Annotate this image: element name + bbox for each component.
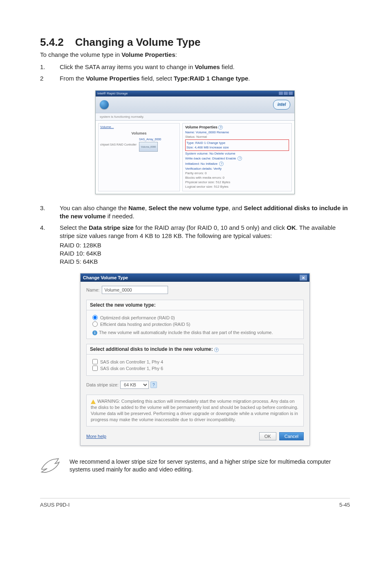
step-3-bold-a: Name [128,204,145,211]
note-block: We recommend a lower stripe size for ser… [40,457,350,475]
help-icon[interactable]: ? [238,156,242,161]
irst-window: Intel® Rapid Storage intel system is fun… [95,90,295,194]
irst-right-panel: Volume Properties ? Name: Volume_0000 Re… [182,123,292,191]
disk1-checkbox[interactable] [92,359,98,364]
raid0-line: RAID 0: 128KB [60,241,350,249]
intro-prefix: To change the volume type in [40,51,121,58]
more-help-link[interactable]: More help [86,434,106,439]
info-icon: i [92,330,97,335]
vp-status: Status: Normal [185,135,289,139]
change-volume-type-dialog: Change Volume Type ✕ Name: Select the ne… [80,273,310,445]
drive-label: Volume_0000 [141,146,156,148]
help-icon[interactable]: ? [219,162,224,166]
warning-text: WARNING: Completing this action will imm… [91,399,298,422]
step-3-text-a: You can also change the [60,204,128,211]
disk1-label: SAS disk on Controller 1, Phy 4 [100,359,163,364]
step-3: 3. You can also change the Name, Select … [40,204,350,221]
step-2-bold-a: Volume Properties [86,75,139,82]
note-icon [40,457,61,475]
stripe-help-icon[interactable]: ? [150,382,157,388]
step-2-text-b: field, select [140,75,174,82]
vp-phys: Physical sector size: 512 Bytes [185,180,289,184]
section-heading: 5.4.2Changing a Volume Type [40,36,350,49]
stripe-label: Data stripe size: [86,382,119,387]
vp-type[interactable]: Type: RAID 1 Change type [186,141,288,145]
ok-button[interactable]: OK [259,432,276,440]
section-number: 5.4.2 [40,36,64,48]
volume-type-group: Select the new volume type: Optimized di… [86,300,304,339]
cancel-button[interactable]: Cancel [279,432,304,440]
note-text: We recommend a lower stripe size for ser… [69,457,350,474]
close-icon[interactable]: ✕ [300,275,307,281]
controller-label: chipset SAS RAID Controller [100,143,137,146]
window-controls[interactable] [278,92,293,96]
step-3-text-d: if needed. [106,213,134,220]
footer-right: 5-45 [339,502,350,508]
irst-logo-icon [100,100,109,109]
vp-init[interactable]: Initialized: No Initialize ? [185,162,289,166]
raid5-radio[interactable] [92,321,98,327]
type-highlight-box: Type: RAID 1 Change type Size: 4,468 MB … [185,139,289,151]
array-name[interactable]: SAS_Array_0000 [139,138,161,141]
irst-title: Intel® Rapid Storage [97,92,128,95]
step-4-text-a: Select the [60,224,89,231]
name-input[interactable] [102,286,168,294]
drive-icon[interactable]: Volume_0000 [139,142,158,152]
vp-size[interactable]: Size: 4,468 MB Increase size [186,146,288,149]
help-icon[interactable]: ? [214,348,219,352]
intro-bold: Volume Properties [121,51,175,58]
step-1-bold-a: Volumes [195,63,220,70]
additional-disks-header: Select additional disks to include in th… [87,344,303,355]
cvt-titlebar: Change Volume Type ✕ [81,274,309,282]
irst-titlebar: Intel® Rapid Storage [96,91,294,97]
step-1-text-a: Click the SATA array items you want to c… [60,63,195,70]
intro-suffix: : [175,51,177,58]
stripe-size-select[interactable]: 64 KB [120,381,149,389]
irst-status-line: system is functioning normally. [96,113,294,121]
step-2-bold-b: Type:RAID 1 Change type [174,75,248,82]
step-4-num: 4. [40,224,60,266]
volumes-header: Volumes [100,131,178,135]
step-3-text-b: , [145,204,148,211]
disk2-checkbox[interactable] [92,366,98,371]
raid0-label: Optimized disk performance (RAID 0) [100,315,175,320]
help-icon[interactable]: ? [218,125,223,130]
page-footer: ASUS P9D-I 5-45 [40,498,350,508]
vp-blocks: Blocks with media errors: 0 [185,176,289,180]
step-4-bold-b: OK [287,224,296,231]
raid5-label: Efficient data hosting and protection (R… [100,322,191,327]
intel-badge: intel [273,100,290,110]
warning-box: WARNING: Completing this action will imm… [86,395,304,426]
info-text: The new volume will automatically includ… [99,330,273,335]
step-2-num: 2 [40,74,60,83]
step-1-num: 1. [40,63,60,71]
cvt-title: Change Volume Type [83,275,128,280]
vp-wb[interactable]: Write-back cache: Disabled Enable ? [185,156,289,161]
section-title-text: Changing a Volume Type [75,36,201,48]
step-4-bold-a: Data stripe size [89,224,134,231]
volume-link[interactable]: Volume... [100,125,178,129]
step-1-text-b: field. [220,63,235,70]
raid5-line: RAID 5: 64KB [60,258,350,266]
step-3-num: 3. [40,204,60,221]
step-2-text-a: From the [60,75,86,82]
footer-left: ASUS P9D-I [40,502,69,508]
vp-verify[interactable]: Verification details: Verify [185,167,289,171]
irst-header: intel [96,97,294,113]
raid10-line: RAID 10: 64KB [60,249,350,258]
step-2-text-c: . [248,75,250,82]
disk2-label: SAS disk on Controller 1, Phy 6 [100,366,163,371]
step-2: 2 From the Volume Properties field, sele… [40,74,350,83]
intro-line: To change the volume type in Volume Prop… [40,51,350,58]
vp-log: Logical sector size: 512 Bytes [185,185,289,189]
vp-name[interactable]: Name: Volume_0000 Rename [185,130,289,134]
volume-type-header: Select the new volume type: [87,300,303,310]
additional-disks-group: Select additional disks to include in th… [86,344,304,376]
step-4: 4. Select the Data stripe size for the R… [40,224,350,266]
raid0-radio[interactable] [92,315,98,320]
name-label: Name: [86,287,99,292]
step-1: 1. Click the SATA array items you want t… [40,63,350,71]
step-4-text-b: for the RAID array (for RAID 0, 10 and 5… [134,224,287,231]
step-3-bold-b: Select the new volume type [148,204,229,211]
vp-sys[interactable]: System volume: No Delete volume [185,152,289,155]
